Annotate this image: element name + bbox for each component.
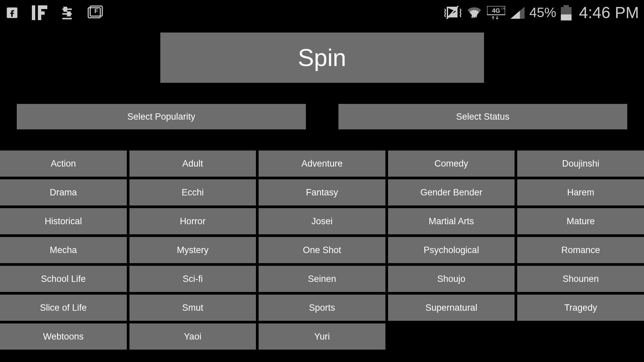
genre-button-historical[interactable]: Historical bbox=[0, 208, 127, 234]
sliders-icon bbox=[60, 6, 74, 20]
genre-label: Mystery bbox=[177, 245, 209, 255]
genre-label: Comedy bbox=[434, 159, 468, 169]
svg-rect-20 bbox=[497, 16, 497, 18]
svg-text:4G: 4G bbox=[492, 7, 500, 14]
if-icon bbox=[32, 5, 47, 20]
genre-button-harem[interactable]: Harem bbox=[517, 179, 644, 205]
genre-button-one-shot[interactable]: One Shot bbox=[259, 237, 385, 263]
genre-label: Psychological bbox=[424, 245, 479, 255]
genre-label: School Life bbox=[41, 274, 86, 284]
clock: 4:46 PM bbox=[579, 3, 639, 22]
status-left-icons: F bbox=[5, 5, 103, 20]
genre-button-yuri[interactable]: Yuri bbox=[259, 323, 385, 350]
svg-rect-5 bbox=[64, 7, 66, 11]
genre-button-webtoons[interactable]: Webtoons bbox=[0, 323, 127, 350]
select-status-button[interactable]: Select Status bbox=[338, 104, 628, 129]
genre-button-slice-of-life[interactable]: Slice of Life bbox=[0, 295, 127, 321]
svg-rect-3 bbox=[38, 11, 45, 15]
select-popularity-label: Select Popularity bbox=[127, 112, 195, 122]
status-right-icons: 4G LTE 45% 4:46 PM bbox=[444, 3, 639, 22]
genre-button-gender-bender[interactable]: Gender Bender bbox=[388, 179, 515, 205]
genre-button-smut[interactable]: Smut bbox=[129, 295, 256, 321]
genre-label: One Shot bbox=[303, 245, 341, 255]
genre-label: Yuri bbox=[314, 331, 330, 342]
genre-button-josei[interactable]: Josei bbox=[259, 208, 385, 234]
genre-label: Harem bbox=[567, 187, 594, 198]
genre-label: Martial Arts bbox=[429, 216, 474, 227]
spin-button[interactable]: Spin bbox=[160, 33, 484, 83]
selector-row: Select Popularity Select Status bbox=[0, 104, 644, 129]
genre-label: Webtoons bbox=[43, 331, 84, 342]
genre-button-psychological[interactable]: Psychological bbox=[388, 237, 515, 263]
svg-marker-21 bbox=[496, 18, 498, 19]
genre-button-shoujo[interactable]: Shoujo bbox=[388, 266, 515, 292]
battery-icon bbox=[561, 5, 572, 20]
select-status-label: Select Status bbox=[456, 112, 509, 122]
svg-rect-19 bbox=[493, 17, 493, 19]
genre-label: Shoujo bbox=[437, 274, 466, 284]
genre-label: Romance bbox=[561, 245, 600, 255]
genre-label: Mature bbox=[567, 216, 595, 227]
svg-marker-18 bbox=[492, 16, 494, 17]
flashcard-icon: F bbox=[87, 5, 103, 20]
genre-label: Shounen bbox=[562, 274, 599, 284]
genre-button-mystery[interactable]: Mystery bbox=[129, 237, 256, 263]
genre-button-ecchi[interactable]: Ecchi bbox=[129, 179, 256, 205]
svg-marker-23 bbox=[511, 11, 520, 19]
genre-label: Ecchi bbox=[181, 187, 204, 198]
genre-label: Seinen bbox=[308, 274, 336, 284]
genre-button-mecha[interactable]: Mecha bbox=[0, 237, 127, 263]
genre-label: Fantasy bbox=[306, 187, 338, 198]
genre-label: Sports bbox=[309, 303, 335, 313]
main-content: Spin Select Popularity Select Status Act… bbox=[0, 25, 644, 350]
genre-label: Yaoi bbox=[184, 331, 201, 342]
signal-icon bbox=[510, 6, 525, 19]
genre-button-romance[interactable]: Romance bbox=[517, 237, 644, 263]
genre-label: Josei bbox=[311, 216, 332, 227]
facebook-icon bbox=[5, 6, 19, 20]
genre-button-school-life[interactable]: School Life bbox=[0, 266, 127, 292]
svg-marker-13 bbox=[471, 17, 474, 18]
genre-button-mature[interactable]: Mature bbox=[517, 208, 644, 234]
genre-button-adventure[interactable]: Adventure bbox=[259, 150, 385, 177]
genre-label: Horror bbox=[180, 216, 206, 227]
genre-label: Gender Bender bbox=[420, 187, 482, 198]
genre-label: Adult bbox=[182, 159, 203, 169]
genre-label: Drama bbox=[50, 187, 77, 198]
wifi-icon bbox=[466, 6, 482, 19]
genre-button-yaoi[interactable]: Yaoi bbox=[129, 323, 256, 350]
genre-button-tragedy[interactable]: Tragedy bbox=[517, 295, 644, 321]
vibrate-icon bbox=[444, 5, 462, 20]
genre-label: Supernatural bbox=[425, 303, 477, 313]
genre-button-doujinshi[interactable]: Doujinshi bbox=[517, 150, 644, 177]
genre-grid: ActionAdultAdventureComedyDoujinshiDrama… bbox=[0, 150, 644, 350]
svg-rect-0 bbox=[32, 5, 35, 20]
genre-button-sports[interactable]: Sports bbox=[259, 295, 385, 321]
genre-label: Action bbox=[51, 159, 76, 169]
genre-button-supernatural[interactable]: Supernatural bbox=[388, 295, 515, 321]
genre-button-shounen[interactable]: Shounen bbox=[517, 266, 644, 292]
genre-button-adult[interactable]: Adult bbox=[129, 150, 256, 177]
genre-label: Mecha bbox=[50, 245, 77, 255]
4g-icon: 4G LTE bbox=[487, 6, 505, 19]
genre-button-martial-arts[interactable]: Martial Arts bbox=[388, 208, 515, 234]
genre-label: Slice of Life bbox=[40, 303, 87, 313]
genre-label: Historical bbox=[45, 216, 82, 227]
genre-label: Smut bbox=[182, 303, 203, 313]
spin-button-label: Spin bbox=[298, 44, 346, 71]
status-bar: F 4G LTE bbox=[0, 0, 644, 25]
svg-text:LTE: LTE bbox=[501, 7, 505, 10]
svg-text:F: F bbox=[95, 8, 98, 14]
svg-rect-7 bbox=[68, 12, 70, 16]
genre-button-fantasy[interactable]: Fantasy bbox=[259, 179, 385, 205]
genre-button-sci-fi[interactable]: Sci-fi bbox=[129, 266, 256, 292]
genre-button-drama[interactable]: Drama bbox=[0, 179, 127, 205]
select-popularity-button[interactable]: Select Popularity bbox=[17, 104, 306, 129]
genre-button-seinen[interactable]: Seinen bbox=[259, 266, 385, 292]
genre-label: Sci-fi bbox=[182, 274, 203, 284]
genre-button-action[interactable]: Action bbox=[0, 150, 127, 177]
genre-button-horror[interactable]: Horror bbox=[129, 208, 256, 234]
genre-button-comedy[interactable]: Comedy bbox=[388, 150, 515, 177]
battery-percentage: 45% bbox=[529, 5, 556, 20]
genre-label: Adventure bbox=[301, 159, 342, 169]
